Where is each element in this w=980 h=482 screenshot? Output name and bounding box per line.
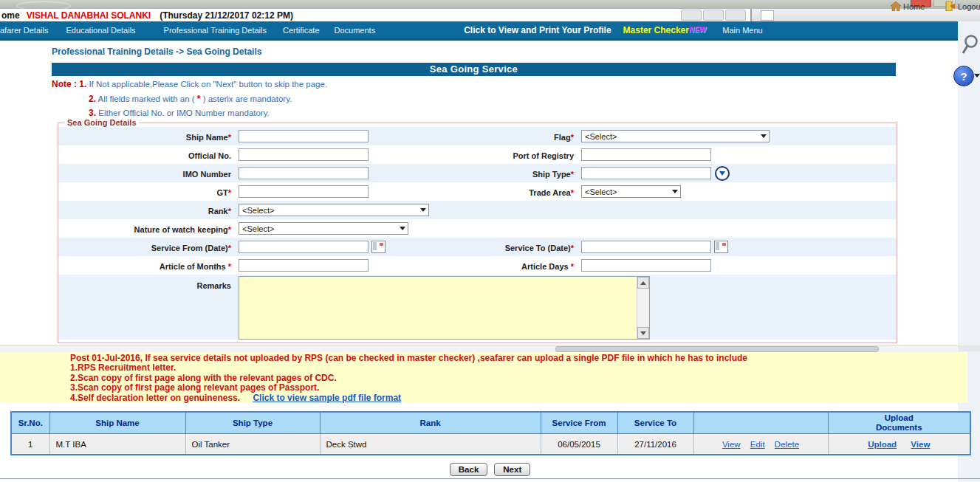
ship-type-input[interactable] xyxy=(581,167,711,179)
bottom-button-row: Back Next xyxy=(0,463,980,476)
form-row-remarks: Remarks xyxy=(58,275,897,340)
nav-documents[interactable]: Documents xyxy=(335,26,376,35)
page-title: Sea Going Service xyxy=(52,63,896,76)
logout-link[interactable]: Logout xyxy=(945,1,980,12)
scroll-down-icon[interactable] xyxy=(637,327,649,339)
official-no-label: Official No. xyxy=(188,151,231,160)
watch-keeping-select-value: <Select> xyxy=(239,224,277,233)
upload-link[interactable]: Upload xyxy=(868,440,897,449)
nav-main-menu[interactable]: Main Menu xyxy=(722,26,762,35)
flag-label: Flag xyxy=(554,133,571,142)
nav-certificate[interactable]: Certificate xyxy=(283,26,320,35)
article-months-input[interactable] xyxy=(239,259,369,272)
gt-input[interactable] xyxy=(239,185,369,198)
cell-ship-type: Oil Tanker xyxy=(185,434,320,455)
home-link[interactable]: Home xyxy=(891,1,925,12)
cell-service-to: 27/11/2016 xyxy=(617,434,693,455)
cell-rank: Deck Stwd xyxy=(320,434,541,455)
notice-item-3: 3.Scan copy of first page along relevant… xyxy=(70,383,967,393)
service-to-input[interactable] xyxy=(581,241,711,253)
remarks-textarea-body[interactable] xyxy=(239,277,637,339)
form-row-rank: Rank* <Select> xyxy=(58,201,897,219)
ship-name-input[interactable] xyxy=(239,130,369,142)
browser-chrome-fragment xyxy=(703,10,724,21)
horizontal-scrollbar[interactable] xyxy=(0,345,958,352)
header-upload-documents: Upload Documents xyxy=(828,412,970,434)
help-button[interactable]: ? xyxy=(953,66,974,86)
chevron-down-icon xyxy=(758,131,769,142)
trade-area-select[interactable]: <Select> xyxy=(581,185,681,198)
welcome-text-clipped: ome xyxy=(1,10,20,21)
cell-actions: View Edit Delete xyxy=(693,434,828,455)
required-asterisk: * xyxy=(228,188,231,197)
search-icon[interactable] xyxy=(962,34,979,56)
watch-keeping-label: Nature of watch keeping xyxy=(134,225,228,234)
notice-item-2: 2.Scan copy of first page along with the… xyxy=(70,373,967,383)
watch-keeping-select[interactable]: <Select> xyxy=(239,222,408,235)
sample-pdf-link[interactable]: Click to view sample pdf file format xyxy=(253,393,401,403)
required-asterisk: * xyxy=(228,244,231,252)
browser-chrome-fragment xyxy=(681,10,702,21)
service-from-input[interactable] xyxy=(239,241,369,253)
cell-service-from: 06/05/2015 xyxy=(541,434,617,455)
datetime-text: (Thursday 21/12/2017 02:12 PM) xyxy=(160,10,293,21)
header-ship-type: Ship Type xyxy=(185,412,320,434)
view-link[interactable]: View xyxy=(722,440,741,449)
form-row-official-port: Official No. Port of Registry xyxy=(58,145,897,164)
form-row-ship-name-flag: Ship Name* Flag* <Select> xyxy=(58,127,897,145)
cell-upload-documents: Upload View xyxy=(828,434,970,455)
sea-going-details-fieldset: Sea Going Details Ship Name* Flag* <Sele… xyxy=(58,118,897,343)
bottom-divider xyxy=(0,478,980,479)
header-sr-no: Sr.No. xyxy=(11,412,49,434)
remarks-scrollbar[interactable] xyxy=(637,277,649,339)
nav-master-checker[interactable]: Master Checker xyxy=(623,25,689,35)
home-label: Home xyxy=(903,2,925,11)
form-row-gt-tradearea: GT* Trade Area* <Select> xyxy=(58,182,897,201)
required-asterisk: * xyxy=(571,170,574,179)
logout-door-icon xyxy=(945,1,956,11)
note-label: Note : xyxy=(52,79,77,89)
remarks-textarea[interactable] xyxy=(239,276,650,340)
note-2-number: 2. xyxy=(89,94,96,104)
note-1-number: 1. xyxy=(79,79,86,89)
article-months-label: Article of Months xyxy=(160,262,228,271)
flag-select[interactable]: <Select> xyxy=(581,130,770,142)
remarks-label: Remarks xyxy=(197,281,231,290)
required-asterisk: * xyxy=(571,262,574,271)
delete-link[interactable]: Delete xyxy=(775,440,799,449)
back-button[interactable]: Back xyxy=(450,463,488,476)
chevron-down-icon xyxy=(670,186,680,197)
port-of-registry-input[interactable] xyxy=(581,148,711,161)
note-3-text: Either Official No. or IMO Number mandat… xyxy=(98,109,270,117)
official-no-input[interactable] xyxy=(239,148,369,161)
service-from-calendar-icon[interactable] xyxy=(371,241,386,253)
service-from-label: Service From (Date) xyxy=(151,244,228,252)
upload-view-link[interactable]: View xyxy=(911,440,930,449)
nav-seafarer-details[interactable]: afarer Details xyxy=(0,26,48,35)
ship-name-label: Ship Name xyxy=(186,133,228,142)
service-to-calendar-icon[interactable] xyxy=(714,241,728,253)
flag-select-value: <Select> xyxy=(582,132,620,141)
upload-notice: Post 01-Jul-2016, If sea service details… xyxy=(0,352,967,402)
imo-number-input[interactable] xyxy=(239,167,369,179)
nav-underline xyxy=(0,38,958,41)
edit-link[interactable]: Edit xyxy=(750,440,765,449)
horizontal-scrollbar-thumb[interactable] xyxy=(555,346,879,352)
notice-item-4-line: 4.Self declaration letter on genuineness… xyxy=(70,393,967,403)
help-dropdown-caret[interactable] xyxy=(974,74,980,78)
cell-sr-no: 1 xyxy=(11,434,49,455)
nav-view-print-profile[interactable]: Click to View and Print Your Profile xyxy=(464,25,611,35)
ship-type-lookup-button[interactable] xyxy=(715,166,730,181)
table-header-row: Sr.No. Ship Name Ship Type Rank Service … xyxy=(11,412,970,434)
rank-select[interactable]: <Select> xyxy=(239,204,429,216)
required-asterisk: * xyxy=(228,225,231,234)
username-text: VISHAL DANABHAI SOLANKI xyxy=(27,10,151,21)
article-days-input[interactable] xyxy=(581,259,711,272)
form-row-article: Article of Months * Article Days * xyxy=(58,256,897,275)
nav-professional-training-details[interactable]: Professional Training Details xyxy=(164,26,267,35)
form-row-service-dates: Service From (Date)* Service To (Date)* xyxy=(58,238,897,256)
new-badge: NEW xyxy=(689,26,706,34)
next-button[interactable]: Next xyxy=(494,463,530,476)
scroll-up-icon[interactable] xyxy=(637,277,649,289)
nav-educational-details[interactable]: Educational Details xyxy=(66,26,135,35)
